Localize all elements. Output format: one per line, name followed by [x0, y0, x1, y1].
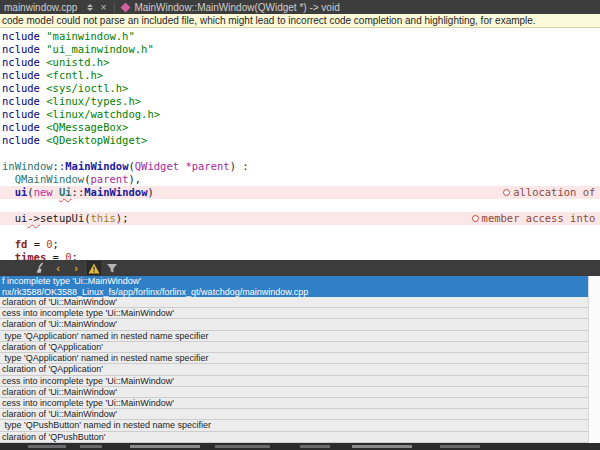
issue-row[interactable]: cess into incomplete type 'Ui::MainWindo… [0, 376, 588, 387]
error-annotation: member access into i [472, 212, 600, 225]
issue-row[interactable]: type 'QApplication' named in nested name… [0, 331, 588, 342]
code-line[interactable]: nclude <linux/watchdog.h> [0, 108, 600, 121]
code-line[interactable]: QMainWindow(parent), [0, 173, 600, 186]
code-line[interactable]: ui->setupUi(this);member access into i [0, 212, 600, 225]
issues-list: claration of 'Ui::MainWindow'cess into i… [0, 297, 588, 443]
close-icon[interactable]: × [97, 0, 109, 14]
selected-issue-message: f incomplete type 'Ui::MainWindow' [0, 276, 588, 287]
issue-row[interactable]: claration of 'Ui::MainWindow' [0, 319, 588, 330]
issue-row[interactable]: cess into incomplete type 'Ui::MainWindo… [0, 308, 588, 319]
code-line[interactable]: nclude <unistd.h> [0, 56, 600, 69]
code-line[interactable]: ui(new Ui::MainWindow)allocation of i [0, 186, 600, 199]
symbol-breadcrumb[interactable]: MainWindow::MainWindow(QWidget *) -> voi… [134, 2, 339, 13]
error-circle-icon [503, 189, 510, 196]
code-line[interactable]: nclude <linux/types.h> [0, 95, 600, 108]
error-circle-icon [472, 215, 479, 222]
code-line[interactable] [0, 199, 600, 212]
code-line[interactable] [0, 225, 600, 238]
code-line[interactable] [0, 147, 600, 160]
status-strip-mark [215, 445, 270, 448]
editor-tabbar: mainwindow.cpp × MainWindow::MainWindow(… [0, 0, 600, 14]
status-strip-mark [28, 445, 66, 448]
issue-row[interactable]: claration of 'Ui::MainWindow' [0, 297, 588, 308]
code-line[interactable]: nclude <QMessageBox> [0, 121, 600, 134]
document-dropdown-button[interactable] [83, 0, 97, 14]
show-warnings-toggle[interactable] [87, 261, 101, 275]
filter-button[interactable] [105, 261, 119, 275]
code-line[interactable]: nclude <fcntl.h> [0, 69, 600, 82]
open-file-tab[interactable]: mainwindow.cpp [0, 2, 83, 13]
status-strip-mark [130, 445, 200, 448]
scrollbar-track[interactable] [588, 276, 600, 443]
issues-toolbar: ‹ › [0, 260, 600, 276]
code-model-warning-bar: code model could not parse an included f… [0, 14, 600, 28]
function-icon [121, 2, 131, 12]
chevron-left-icon: ‹ [56, 261, 60, 275]
code-line[interactable]: nclude "mainwindow.h" [0, 30, 600, 43]
error-annotation: allocation of i [503, 186, 600, 199]
issue-row[interactable]: type 'QApplication' named in nested name… [0, 353, 588, 364]
status-strip-mark [80, 445, 102, 448]
previous-issue-button[interactable]: ‹ [51, 261, 65, 275]
updown-icon [87, 4, 93, 7]
status-strip-mark [440, 445, 480, 448]
chevron-right-icon: › [74, 261, 78, 275]
code-editor[interactable]: nclude "mainwindow.h"nclude "ui_mainwind… [0, 28, 600, 260]
code-line[interactable]: nclude <sys/ioctl.h> [0, 82, 600, 95]
status-strip [0, 443, 600, 450]
next-issue-button[interactable]: › [69, 261, 83, 275]
issue-row[interactable]: claration of 'QApplication' [0, 364, 588, 375]
code-line[interactable]: nclude <QDesktopWidget> [0, 134, 600, 147]
status-strip-mark [300, 445, 330, 448]
tabbar-separator [114, 3, 115, 12]
code-line[interactable]: nclude "ui_mainwindow.h" [0, 43, 600, 56]
warning-filter-icon [88, 263, 100, 274]
updown-icon [87, 8, 93, 11]
issue-row[interactable]: cess into incomplete type 'Ui::MainWindo… [0, 398, 588, 409]
issue-row[interactable]: type 'QPushButton' named in nested name … [0, 420, 588, 431]
code-line[interactable]: fd = 0; [0, 238, 600, 251]
issue-row[interactable]: claration of 'QApplication' [0, 342, 588, 353]
selected-issue[interactable]: f incomplete type 'Ui::MainWindow' nx/rk… [0, 276, 588, 297]
selected-issue-path: nx/rk3588/OK3588_Linux_fs/app/forlinx/fo… [0, 287, 588, 297]
code-line[interactable]: times = 0; [0, 251, 600, 260]
issue-row[interactable]: claration of 'Ui::MainWindow' [0, 409, 588, 420]
funnel-icon [106, 263, 118, 274]
broom-icon [34, 262, 46, 274]
code-line[interactable]: inWindow::MainWindow(QWidget *parent) : [0, 160, 600, 173]
issue-row[interactable]: claration of 'Ui::MainWindow' [0, 387, 588, 398]
clean-issues-button[interactable] [33, 261, 47, 275]
issue-row[interactable]: claration of 'QPushButton' [0, 432, 588, 443]
ide-window: mainwindow.cpp × MainWindow::MainWindow(… [0, 0, 600, 450]
status-strip-mark [352, 445, 412, 448]
